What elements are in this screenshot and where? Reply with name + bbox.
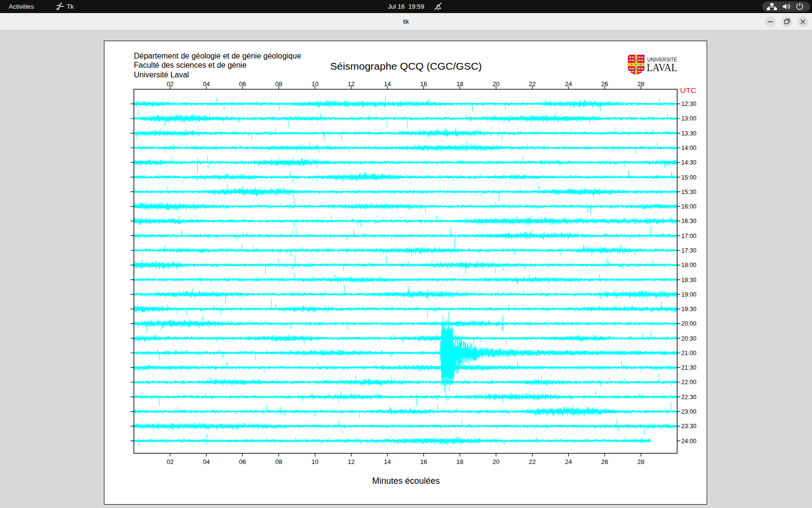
svg-text:20:00: 20:00 — [682, 320, 696, 327]
svg-text:22:00: 22:00 — [682, 379, 696, 386]
svg-text:Minutes écoulées: Minutes écoulées — [372, 476, 440, 486]
svg-text:24:00: 24:00 — [682, 438, 696, 445]
svg-text:15:30: 15:30 — [682, 189, 696, 195]
svg-text:Faculté des sciences et de gén: Faculté des sciences et de génie — [134, 61, 246, 69]
svg-text:13:00: 13:00 — [682, 115, 696, 122]
svg-text:12:30: 12:30 — [682, 101, 696, 107]
svg-text:16:30: 16:30 — [682, 218, 696, 224]
svg-text:Département de géologie et de: Département de géologie et de génie géol… — [134, 52, 301, 60]
svg-text:21:00: 21:00 — [682, 350, 696, 357]
svg-text:Séismographe QCQ (CGC/GSC): Séismographe QCQ (CGC/GSC) — [330, 61, 482, 72]
svg-text:23:30: 23:30 — [682, 423, 696, 430]
svg-text:13:30: 13:30 — [682, 130, 696, 137]
svg-text:23:00: 23:00 — [682, 408, 696, 415]
svg-text:08: 08 — [275, 458, 282, 465]
svg-text:17:30: 17:30 — [682, 247, 696, 254]
svg-text:22: 22 — [529, 458, 536, 465]
svg-text:18:00: 18:00 — [682, 262, 696, 269]
svg-text:14: 14 — [384, 458, 391, 465]
svg-text:15:00: 15:00 — [682, 174, 696, 181]
svg-text:26: 26 — [601, 458, 608, 465]
svg-text:14:00: 14:00 — [682, 145, 696, 151]
svg-text:02: 02 — [167, 458, 174, 465]
svg-text:14:30: 14:30 — [682, 159, 696, 166]
svg-text:Université Laval: Université Laval — [134, 71, 189, 79]
svg-text:18: 18 — [456, 458, 463, 465]
svg-text:LAVAL: LAVAL — [647, 61, 677, 74]
svg-text:19:30: 19:30 — [682, 306, 696, 313]
svg-text:06: 06 — [239, 458, 246, 465]
svg-text:16:00: 16:00 — [682, 203, 696, 210]
svg-text:18:30: 18:30 — [682, 277, 696, 284]
svg-text:10: 10 — [311, 458, 318, 465]
svg-text:24: 24 — [565, 458, 572, 465]
svg-text:12: 12 — [348, 458, 354, 465]
svg-text:16: 16 — [420, 458, 427, 465]
svg-text:19:00: 19:00 — [682, 291, 696, 298]
svg-text:17:00: 17:00 — [682, 233, 696, 239]
svg-text:20: 20 — [493, 458, 499, 465]
svg-text:28: 28 — [638, 458, 644, 465]
svg-text:22:30: 22:30 — [682, 394, 696, 401]
svg-text:20:30: 20:30 — [682, 335, 696, 342]
svg-text:UTC: UTC — [680, 87, 696, 94]
svg-text:04: 04 — [203, 458, 210, 465]
svg-text:21:30: 21:30 — [682, 364, 696, 371]
